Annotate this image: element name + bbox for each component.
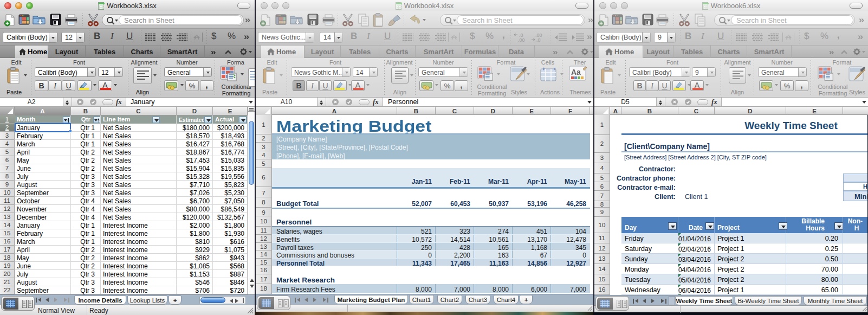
svg-text:.0: .0: [536, 37, 541, 42]
svg-text:Aa: Aa: [571, 68, 581, 76]
svg-text:.00: .00: [518, 37, 525, 42]
